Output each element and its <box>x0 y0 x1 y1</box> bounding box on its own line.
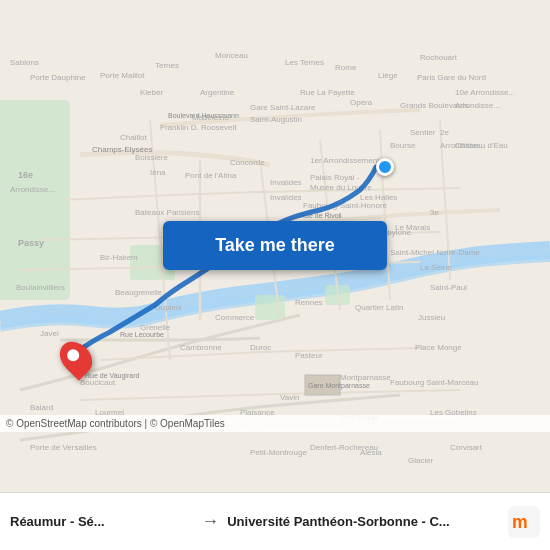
svg-text:Rome: Rome <box>335 63 357 72</box>
svg-text:Quartier Latin: Quartier Latin <box>355 303 403 312</box>
svg-text:Porte de Versailles: Porte de Versailles <box>30 443 97 452</box>
svg-text:Porte Dauphine: Porte Dauphine <box>30 73 86 82</box>
svg-text:Madeleine: Madeleine <box>192 113 229 122</box>
svg-text:Saint-Paul: Saint-Paul <box>430 283 467 292</box>
svg-text:Sablons: Sablons <box>10 58 39 67</box>
svg-text:Pont de l'Alma: Pont de l'Alma <box>185 171 237 180</box>
svg-text:Pasteur: Pasteur <box>295 351 323 360</box>
svg-text:Duroc: Duroc <box>250 343 271 352</box>
svg-text:Saint-Michel Notre-Dame: Saint-Michel Notre-Dame <box>390 248 480 257</box>
svg-text:Rue La Fayette: Rue La Fayette <box>300 88 355 97</box>
svg-text:Boissière: Boissière <box>135 153 168 162</box>
svg-text:2e: 2e <box>440 128 449 137</box>
arrow-icon: → <box>201 511 219 532</box>
svg-text:Franklin D. Roosevelt: Franklin D. Roosevelt <box>160 123 237 132</box>
svg-text:Commerce: Commerce <box>215 313 255 322</box>
svg-text:Saint-Augustin: Saint-Augustin <box>250 115 302 124</box>
svg-text:Ternes: Ternes <box>155 61 179 70</box>
svg-text:Montparnasse: Montparnasse <box>340 373 391 382</box>
bottom-bar: Réaumur - Sé... → Université Panthéon-So… <box>0 492 550 550</box>
svg-text:1er Arrondissement: 1er Arrondissement <box>310 156 380 165</box>
svg-text:Les Ternes: Les Ternes <box>285 58 324 67</box>
svg-text:Rochouart: Rochouart <box>420 53 458 62</box>
svg-text:Musée du Louvre: Musée du Louvre <box>310 183 372 192</box>
svg-text:3e: 3e <box>430 208 439 217</box>
svg-text:Place Monge: Place Monge <box>415 343 462 352</box>
svg-text:Bir-Hakem: Bir-Hakem <box>100 253 138 262</box>
svg-text:Boucicaut: Boucicaut <box>80 378 116 387</box>
origin-label: Réaumur - Sé... <box>10 514 193 529</box>
svg-text:Cambronne: Cambronne <box>180 343 222 352</box>
svg-text:Passy: Passy <box>18 238 44 248</box>
svg-text:Paris Gare du Nord: Paris Gare du Nord <box>417 73 486 82</box>
svg-text:Bourse: Bourse <box>390 141 416 150</box>
map-attribution: © OpenStreetMap contributors | © OpenMap… <box>0 415 550 432</box>
svg-text:Monceau: Monceau <box>215 51 248 60</box>
svg-text:m: m <box>512 512 528 532</box>
svg-text:Arrondisse...: Arrondisse... <box>455 101 500 110</box>
svg-text:10e Arrondisse...: 10e Arrondisse... <box>455 88 515 97</box>
svg-text:Chaillot: Chaillot <box>120 133 147 142</box>
svg-text:Invalides: Invalides <box>270 178 302 187</box>
map-container: Champs-Elysées Rue de Rivoli Boulevard H… <box>0 0 550 490</box>
destination-marker <box>62 340 90 376</box>
svg-text:Bateaux Parisiens: Bateaux Parisiens <box>135 208 199 217</box>
svg-text:Argentine: Argentine <box>200 88 235 97</box>
svg-text:Faubourg Saint-Marceau: Faubourg Saint-Marceau <box>390 378 479 387</box>
svg-text:Grenelle: Grenelle <box>140 323 171 332</box>
svg-text:Dupleix: Dupleix <box>155 303 182 312</box>
svg-text:Alésia: Alésia <box>360 448 382 457</box>
svg-text:Petit-Montrouge: Petit-Montrouge <box>250 448 307 457</box>
svg-text:Beaugrenelle: Beaugrenelle <box>115 288 163 297</box>
svg-text:Corvisart: Corvisart <box>450 443 483 452</box>
svg-text:Arrondisse...: Arrondisse... <box>10 185 55 194</box>
svg-text:Faubourg-Saint-Honoré: Faubourg-Saint-Honoré <box>303 201 388 210</box>
svg-text:Rue de Rivoli: Rue de Rivoli <box>300 212 342 219</box>
svg-text:Javel: Javel <box>40 329 59 338</box>
svg-text:Porte Maillot: Porte Maillot <box>100 71 145 80</box>
take-me-there-button[interactable]: Take me there <box>163 221 387 270</box>
svg-text:Palais Royal -: Palais Royal - <box>310 173 360 182</box>
svg-text:Balard: Balard <box>30 403 53 412</box>
svg-text:Les Halles: Les Halles <box>360 193 397 202</box>
moovit-logo: m <box>508 506 540 538</box>
svg-text:Sentier: Sentier <box>410 128 436 137</box>
svg-text:Liège: Liège <box>378 71 398 80</box>
svg-text:Boulainvilliers: Boulainvilliers <box>16 283 65 292</box>
svg-text:Rennes: Rennes <box>295 298 323 307</box>
svg-text:Invalides: Invalides <box>270 193 302 202</box>
svg-text:Gare Montparnasse: Gare Montparnasse <box>308 382 370 390</box>
destination-label: Université Panthéon-Sorbonne - C... <box>227 514 502 529</box>
svg-text:Arrondisse...: Arrondisse... <box>440 141 485 150</box>
svg-text:Concorde: Concorde <box>230 158 265 167</box>
svg-text:Le Marais: Le Marais <box>395 223 430 232</box>
svg-text:Glacier: Glacier <box>408 456 434 465</box>
svg-text:Kleber: Kleber <box>140 88 163 97</box>
svg-text:Gare Saint-Lazare: Gare Saint-Lazare <box>250 103 316 112</box>
svg-text:Iéna: Iéna <box>150 168 166 177</box>
svg-text:La Seine: La Seine <box>420 263 452 272</box>
svg-text:Rue Lecourbe: Rue Lecourbe <box>120 331 164 338</box>
svg-text:Jussieu: Jussieu <box>418 313 445 322</box>
origin-marker <box>376 158 394 176</box>
svg-text:Opéra: Opéra <box>350 98 373 107</box>
svg-text:Vavin: Vavin <box>280 393 299 402</box>
svg-text:16e: 16e <box>18 170 33 180</box>
